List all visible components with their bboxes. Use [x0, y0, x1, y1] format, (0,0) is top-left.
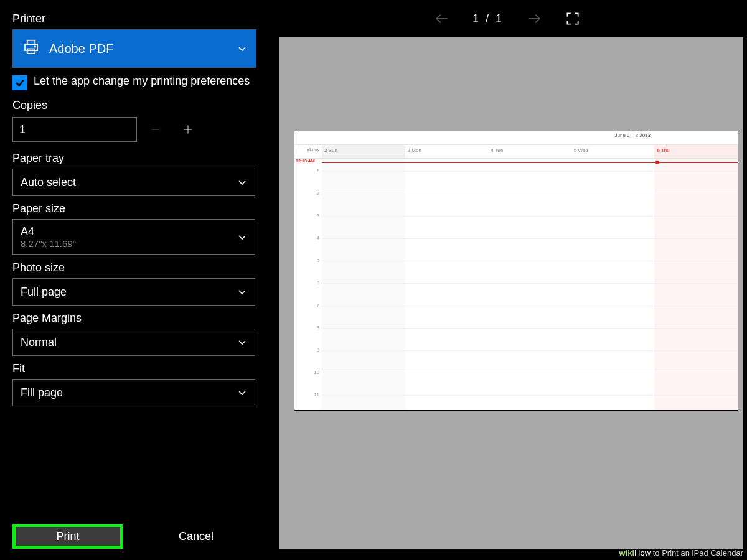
copies-label: Copies: [12, 99, 256, 112]
day-header: 3 Mon: [405, 145, 489, 158]
day-header-today: 6 Thu: [654, 145, 738, 158]
watermark: wikiHow to Print an iPad Calendar: [619, 548, 743, 558]
printer-select[interactable]: Adobe PDF: [12, 29, 256, 68]
page-margins-label: Page Margins: [12, 312, 256, 325]
hour-line: [322, 328, 738, 329]
hour-line: [322, 373, 738, 373]
page-indicator: 1 / 1: [472, 12, 504, 26]
svg-rect-2: [27, 49, 35, 54]
hour-label: 2: [294, 190, 319, 196]
day-header: 5 Wed: [571, 145, 655, 158]
prev-page-button[interactable]: [434, 11, 450, 27]
paper-tray-label: Paper tray: [12, 152, 256, 165]
hour-line: [322, 283, 738, 284]
watermark-brand: wiki: [619, 548, 635, 558]
paper-tray-select[interactable]: Auto select: [12, 169, 255, 196]
hour-line: [322, 216, 738, 217]
hour-line: [322, 261, 738, 261]
page-margins-select[interactable]: Normal: [12, 329, 255, 356]
hour-label: 10: [294, 370, 319, 375]
svg-rect-0: [27, 40, 35, 44]
next-page-button[interactable]: [526, 11, 542, 27]
print-settings-panel: Printer Adobe PDF Let the app change my …: [0, 0, 268, 560]
print-button[interactable]: Print: [16, 527, 120, 546]
preview-toolbar: 1 / 1: [268, 0, 747, 37]
action-row: Print Cancel: [12, 524, 256, 549]
chevron-down-icon: [237, 337, 247, 347]
photo-size-value: Full page: [21, 286, 67, 299]
chevron-down-icon: [237, 44, 247, 54]
hour-line: [322, 395, 738, 396]
photo-size-select[interactable]: Full page: [12, 278, 255, 306]
paper-size-select[interactable]: A4 8.27"x 11.69": [12, 219, 255, 255]
hour-label: 5: [294, 258, 319, 263]
hour-label: 11: [294, 392, 319, 398]
chevron-down-icon: [237, 388, 247, 398]
day-header: 2 Sun: [322, 145, 405, 158]
hour-label: 4: [294, 235, 319, 241]
copies-decrement-button[interactable]: [142, 116, 169, 143]
paper-size-label: Paper size: [12, 202, 256, 215]
highlight-box: Print: [12, 524, 123, 549]
hour-line: [322, 306, 738, 306]
chevron-down-icon: [237, 287, 247, 297]
hour-label: 7: [294, 302, 319, 308]
page-margins-value: Normal: [21, 336, 57, 349]
copies-increment-button[interactable]: [174, 116, 202, 143]
calendar-title: June 2 – 8 2013: [615, 133, 651, 138]
calendar-header: all-day 2 Sun 3 Mon 4 Tue 5 Wed 6 Thu: [294, 145, 738, 159]
paper-size-dimensions: 8.27"x 11.69": [21, 238, 76, 249]
preferences-checkbox[interactable]: [12, 75, 27, 90]
fit-select[interactable]: Fill page: [12, 379, 255, 406]
hour-label: 9: [294, 347, 319, 353]
preview-area: 1 / 1 June 2 – 8 2013 all-day 2 Sun 3 Mo…: [268, 0, 747, 560]
paper-tray-value: Auto select: [21, 176, 76, 189]
fit-label: Fit: [12, 362, 256, 375]
copies-input[interactable]: [12, 117, 137, 142]
hour-label: 6: [294, 280, 319, 286]
photo-size-label: Photo size: [12, 261, 256, 274]
hour-label: 8: [294, 325, 319, 330]
cancel-button[interactable]: Cancel: [141, 524, 251, 549]
day-header: 4 Tue: [488, 145, 571, 158]
allday-label: all-day: [294, 145, 322, 158]
chevron-down-icon: [237, 232, 247, 242]
fullscreen-button[interactable]: [565, 11, 581, 27]
preview-canvas[interactable]: June 2 – 8 2013 all-day 2 Sun 3 Mon 4 Tu…: [279, 37, 743, 549]
hour-line: [322, 238, 738, 239]
printer-icon: [22, 38, 40, 59]
hour-line: [322, 171, 738, 172]
preview-page: June 2 – 8 2013 all-day 2 Sun 3 Mon 4 Tu…: [294, 131, 738, 411]
hour-label: 3: [294, 213, 319, 218]
hour-label: 1: [294, 168, 319, 174]
printer-name: Adobe PDF: [49, 42, 113, 56]
hour-line: [322, 194, 738, 194]
printer-label: Printer: [12, 12, 256, 26]
hours-grid: 1234567891011: [294, 159, 738, 410]
chevron-down-icon: [237, 177, 247, 187]
preferences-checkbox-label: Let the app change my printing preferenc…: [34, 74, 250, 88]
svg-point-3: [35, 46, 36, 47]
paper-size-value: A4: [21, 225, 76, 238]
fit-value: Fill page: [21, 386, 63, 399]
hour-line: [322, 350, 738, 351]
